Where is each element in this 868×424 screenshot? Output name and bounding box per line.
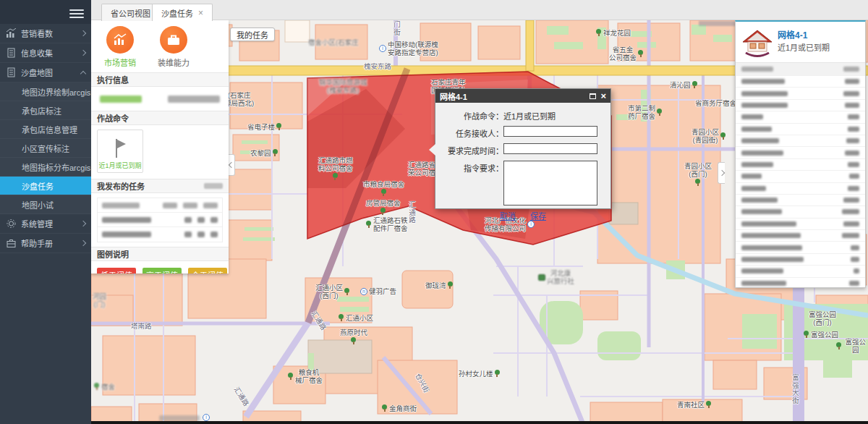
blurred-cell: [845, 103, 859, 108]
grid-task-dialog: 网格4-1 × 作战命令：近1月或已到期任务接收人：要求完成时间：指令要求： 取…: [435, 88, 611, 209]
field-textarea[interactable]: [503, 161, 597, 205]
sidebar-subitem[interactable]: 地图边界绘制arcgis: [0, 82, 91, 101]
dialog-field-row: 指令要求：: [443, 161, 603, 205]
sidebar-item[interactable]: 信息收集: [0, 43, 91, 63]
sidebar-item-label: 帮助手册: [21, 237, 81, 249]
maximize-icon[interactable]: [590, 93, 596, 99]
blurred-cell: [102, 232, 151, 237]
sidebar-subitem[interactable]: 承包店信息管理: [0, 120, 91, 139]
indicator-row: [736, 135, 865, 147]
indicator-row: [736, 124, 865, 135]
blurred-cell: [741, 233, 801, 238]
blurred-cell: [846, 138, 859, 143]
section-header-command: 作战命令: [91, 111, 229, 125]
cancel-link[interactable]: 取消: [500, 210, 516, 221]
indicator-row: [736, 100, 865, 111]
blurred-cell: [848, 186, 859, 191]
right-panel-collapse-button[interactable]: [718, 162, 725, 184]
sidebar-subitem[interactable]: 地图小试: [0, 195, 91, 214]
field-static-value: 近1月或已到期: [503, 109, 556, 122]
dialog-field-row: 作战命令：近1月或已到期: [443, 109, 603, 122]
close-icon[interactable]: ×: [600, 92, 606, 100]
quick-action-button[interactable]: 市场营销: [101, 26, 139, 68]
task-side-panel: 市场营销装维能力 执行信息 作战命令 近1月或已到期 我发布的任务 图例说明 低…: [91, 20, 229, 274]
blurred-cell: [848, 127, 859, 132]
field-input[interactable]: [503, 143, 597, 154]
sidebar: 营销看数信息收集沙盘地图地图边界绘制arcgis承包店标注承包店信息管理小区宣传…: [0, 0, 91, 424]
blurred-header-cell: [843, 67, 859, 72]
command-body: 近1月或已到期: [91, 125, 229, 179]
chart-circle-icon: [106, 26, 134, 54]
chevron-left-icon: [228, 162, 234, 168]
chevron-right-icon: [80, 50, 86, 56]
section-header-legend: 图例说明: [91, 247, 229, 261]
dialog-body: 作战命令：近1月或已到期任务接收人：要求完成时间：指令要求： 取消保存: [435, 103, 610, 224]
action-button-row: 市场营销装维能力: [91, 20, 229, 72]
sidebar-subitem[interactable]: 承包店标注: [0, 101, 91, 120]
sidebar-item-label: 系统管理: [21, 218, 81, 229]
blurred-cell: [848, 162, 859, 167]
my-tasks-button[interactable]: 我的任务: [230, 27, 275, 41]
sidebar-subitem[interactable]: 小区宣传标注: [0, 139, 91, 158]
blurred-cell: [741, 114, 763, 119]
blurred-cell: [741, 221, 796, 226]
indicator-row: [736, 266, 865, 277]
blurred-cell: [851, 245, 859, 250]
blurred-cell: [741, 209, 782, 214]
sidebar-item[interactable]: 沙盘地图: [0, 63, 91, 82]
indicator-row: [736, 183, 865, 195]
left-panel-collapse-button[interactable]: [228, 154, 235, 176]
blurred-cell: [197, 217, 205, 223]
tab-close-icon[interactable]: ×: [198, 9, 203, 17]
indicator-table: [736, 62, 865, 288]
field-label: 任务接收人：: [443, 126, 503, 139]
field-label: 作战命令：: [443, 109, 503, 122]
blurred-cell: [163, 203, 177, 208]
save-link[interactable]: 保存: [530, 210, 546, 221]
indicator-row: [736, 254, 865, 266]
command-card-label: 近1月或已到期: [98, 161, 141, 170]
blurred-cell: [845, 79, 859, 84]
tab[interactable]: 沙盘任务×: [152, 4, 213, 21]
sidebar-header: [0, 0, 91, 24]
chevron-up-icon: [80, 70, 86, 76]
sidebar-item[interactable]: 帮助手册: [0, 234, 91, 253]
hamburger-menu-icon[interactable]: [69, 7, 84, 20]
tab-bar: 省公司视图沙盘任务×: [91, 0, 868, 20]
legend-button[interactable]: 高于阈值: [142, 268, 182, 274]
blurred-cell: [842, 209, 859, 214]
legend-button[interactable]: 介于阈值: [188, 268, 227, 274]
tab[interactable]: 省公司视图: [101, 4, 160, 21]
indicator-row: [736, 147, 865, 158]
blurred-cell: [741, 198, 778, 203]
legend-button[interactable]: 低于阈值: [97, 268, 136, 274]
quick-action-button[interactable]: 装维能力: [155, 26, 192, 68]
sidebar-subitem[interactable]: 地图指标分布arcgis: [0, 158, 91, 177]
field-label: 指令要求：: [443, 161, 503, 174]
blurred-cell: [845, 150, 859, 156]
blurred-cell: [210, 232, 218, 237]
dialog-title: 网格4-1: [440, 90, 467, 102]
grid-info-panel: 网格4-1 近1月或已到期: [735, 20, 866, 288]
blurred-cell: [851, 257, 859, 262]
command-flag-card[interactable]: 近1月或已到期: [97, 130, 143, 173]
sidebar-item[interactable]: 系统管理: [0, 214, 91, 234]
blurred-cell: [203, 203, 218, 208]
sidebar-subitem[interactable]: 沙盘任务: [0, 177, 91, 195]
app-root: 营销看数信息收集沙盘地图地图边界绘制arcgis承包店标注承包店信息管理小区宣传…: [0, 0, 868, 424]
info-panel-title[interactable]: 网格4-1: [778, 28, 807, 41]
sidebar-item[interactable]: 营销看数: [0, 24, 91, 43]
legend-buttons: 低于阈值高于阈值介于阈值: [91, 261, 229, 274]
more-link-blurred[interactable]: [204, 183, 223, 189]
indicator-row: [736, 230, 865, 242]
table-row: [98, 213, 222, 227]
section-header-my-tasks: 我发布的任务: [91, 179, 229, 193]
blurred-cell: [741, 150, 783, 156]
map-attribution-blurred: [159, 415, 200, 421]
blurred-cell: [741, 268, 783, 274]
dialog-title-bar[interactable]: 网格4-1 ×: [435, 89, 610, 103]
field-input[interactable]: [503, 126, 597, 137]
field-label: 要求完成时间：: [443, 143, 503, 156]
dialog-pointer: [429, 144, 435, 156]
blurred-cell: [741, 257, 804, 262]
